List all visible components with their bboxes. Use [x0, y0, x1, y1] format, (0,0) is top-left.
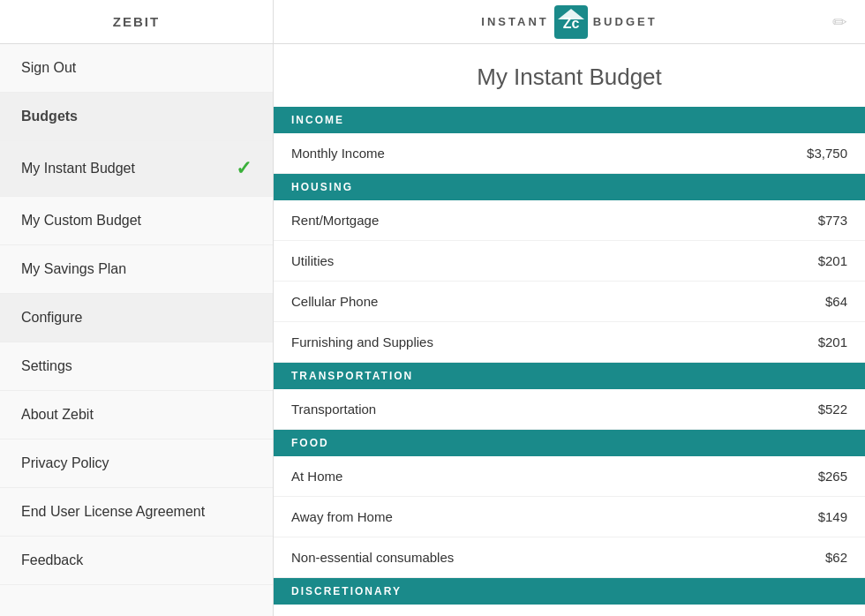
budget-row[interactable]: Non-essential consumables$62	[274, 537, 865, 578]
budget-row[interactable]: Away from Home$149	[274, 497, 865, 537]
app-header: ZEBIT INSTANT Zc BUDGET ✏	[0, 0, 865, 44]
budget-row-amount: $64	[825, 294, 847, 309]
category-header-discretionary: DISCRETIONARY	[274, 578, 865, 605]
sidebar: Sign OutBudgetsMy Instant Budget✓My Cust…	[0, 44, 274, 616]
sidebar-item-eula[interactable]: End User License Agreement	[0, 488, 273, 537]
edit-icon[interactable]: ✏	[832, 11, 847, 33]
budget-row-label: Transportation	[291, 402, 376, 417]
budget-row-amount: $62	[825, 550, 847, 565]
sidebar-item-label: About Zebit	[21, 407, 94, 423]
budget-row-label: Rent/Mortgage	[291, 213, 379, 228]
logo-right-text: BUDGET	[593, 15, 658, 28]
sidebar-item-feedback[interactable]: Feedback	[0, 537, 273, 585]
budget-row-label: Non-essential consumables	[291, 550, 454, 565]
budget-row[interactable]: Rent/Mortgage$773	[274, 200, 865, 241]
sidebar-item-label: Settings	[21, 358, 72, 374]
sidebar-item-sign-out[interactable]: Sign Out	[0, 44, 273, 93]
sidebar-item-label: My Custom Budget	[21, 213, 141, 229]
logo-left-text: INSTANT	[481, 15, 548, 28]
budget-row-amount: $522	[818, 402, 847, 417]
sidebar-item-label: My Instant Budget	[21, 161, 135, 177]
budget-row-amount: $3,750	[807, 146, 847, 161]
sidebar-item-about-zebit[interactable]: About Zebit	[0, 391, 273, 439]
instant-budget-logo: INSTANT Zc BUDGET	[481, 5, 657, 39]
budget-row-label: Utilities	[291, 253, 334, 268]
budget-row-label: At Home	[291, 469, 342, 484]
zebit-logo-text: ZEBIT	[113, 14, 160, 29]
budget-table: INCOMEMonthly Income$3,750HOUSINGRent/Mo…	[274, 107, 865, 616]
budget-row-amount: $265	[818, 469, 847, 484]
budget-row[interactable]: Monthly Income$3,750	[274, 133, 865, 174]
sidebar-item-label: My Savings Plan	[21, 261, 126, 277]
main-content: My Instant Budget INCOMEMonthly Income$3…	[274, 44, 865, 616]
sidebar-item-privacy-policy[interactable]: Privacy Policy	[0, 439, 273, 488]
budget-row[interactable]: Entertainment$161	[274, 605, 865, 616]
category-header-transportation: TRANSPORTATION	[274, 363, 865, 389]
budget-row-amount: $149	[818, 509, 847, 524]
checkmark-icon: ✓	[236, 157, 252, 180]
budget-row[interactable]: Furnishing and Supplies$201	[274, 322, 865, 363]
budget-row[interactable]: Utilities$201	[274, 241, 865, 282]
sidebar-item-label: End User License Agreement	[21, 504, 205, 520]
page-title: My Instant Budget	[274, 44, 865, 107]
budget-row-label: Away from Home	[291, 509, 393, 524]
zebit-house-icon: Zc	[554, 5, 588, 39]
sidebar-item-label: Feedback	[21, 552, 83, 568]
sidebar-item-label: Configure	[21, 310, 82, 326]
budget-row-amount: $201	[818, 253, 847, 268]
budget-row-label: Monthly Income	[291, 146, 385, 161]
sidebar-item-label: Budgets	[21, 109, 78, 124]
sidebar-item-configure[interactable]: Configure	[0, 294, 273, 342]
main-layout: Sign OutBudgetsMy Instant Budget✓My Cust…	[0, 44, 865, 616]
sidebar-item-settings[interactable]: Settings	[0, 342, 273, 391]
budget-row-amount: $201	[818, 334, 847, 349]
category-header-housing: HOUSING	[274, 174, 865, 200]
budget-row-amount: $773	[818, 213, 847, 228]
sidebar-item-budgets: Budgets	[0, 93, 273, 141]
sidebar-item-my-instant-budget[interactable]: My Instant Budget✓	[0, 141, 273, 197]
budget-row[interactable]: Cellular Phone$64	[274, 282, 865, 322]
sidebar-item-my-savings-plan[interactable]: My Savings Plan	[0, 245, 273, 294]
budget-row-label: Cellular Phone	[291, 294, 378, 309]
category-header-income: INCOME	[274, 107, 865, 133]
sidebar-item-my-custom-budget[interactable]: My Custom Budget	[0, 197, 273, 245]
sidebar-item-label: Privacy Policy	[21, 455, 109, 471]
header-right: INSTANT Zc BUDGET ✏	[274, 5, 865, 39]
category-header-food: FOOD	[274, 430, 865, 456]
budget-row[interactable]: At Home$265	[274, 456, 865, 497]
budget-row-label: Furnishing and Supplies	[291, 334, 433, 349]
budget-row[interactable]: Transportation$522	[274, 389, 865, 430]
app-name: ZEBIT	[0, 0, 274, 43]
sidebar-item-label: Sign Out	[21, 60, 76, 76]
